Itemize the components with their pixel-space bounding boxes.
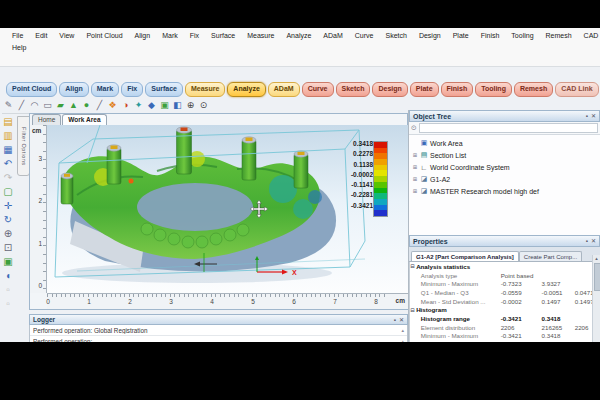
left-toolbar-icon[interactable]: ▣ <box>3 256 12 267</box>
close-icon[interactable]: ✕ <box>399 317 404 323</box>
menu-item[interactable]: Surface <box>205 31 241 40</box>
toolbar-icon[interactable]: ⊕ <box>184 99 197 112</box>
menu-item[interactable]: Tooling <box>505 31 539 40</box>
toolbar-icon[interactable]: ▰ <box>54 99 67 112</box>
menu-item[interactable]: Help <box>6 43 32 52</box>
property-row[interactable]: Histogram range -0.3421 0.3418 <box>410 314 600 323</box>
left-toolbar-icon[interactable]: ↻ <box>4 214 12 225</box>
ribbon-tab[interactable]: Mark <box>91 82 119 97</box>
menu-item[interactable]: ADaM <box>317 31 348 40</box>
pin-icon[interactable]: ▪ <box>394 317 396 323</box>
toolbar-icon[interactable]: ╱ <box>15 99 28 112</box>
ribbon-tab[interactable]: Curve <box>302 82 334 97</box>
property-row[interactable]: ⊟ Histogram <box>410 305 600 314</box>
property-row[interactable]: Q1 - Median - Q3 -0.0559 -0.0051 0.0471 <box>410 288 600 297</box>
ribbon-tab[interactable]: Measure <box>185 82 225 97</box>
properties-tab[interactable]: Create Part Comp... <box>519 251 582 261</box>
toolbar-icon[interactable]: ◑ <box>119 99 132 112</box>
menu-item[interactable]: File <box>6 31 29 40</box>
menu-item[interactable]: Analyze <box>280 31 317 40</box>
tree-search-input[interactable] <box>419 123 598 133</box>
left-toolbar-icon[interactable]: ⊕ <box>4 228 12 239</box>
left-toolbar-icon[interactable]: ▥ <box>3 130 12 141</box>
toolbar-icon[interactable]: ▭ <box>41 99 54 112</box>
toolbar-icon[interactable]: ╱ <box>93 99 106 112</box>
tree-item[interactable]: ⊞ ◪ MASTER Research model high def <box>409 185 600 197</box>
tree-item[interactable]: ▣ Work Area <box>409 137 600 149</box>
collapse-log-icon[interactable]: ▴ <box>401 338 404 342</box>
tree-item[interactable]: ⊞ ◪ G1-A2 <box>409 173 600 185</box>
ribbon-tab[interactable]: Tooling <box>475 82 512 97</box>
toolbar-icon[interactable]: ▲ <box>67 99 80 112</box>
menu-item[interactable]: Finish <box>475 31 506 40</box>
menu-item[interactable]: Design <box>413 31 447 40</box>
left-toolbar-icon[interactable]: ▦ <box>3 144 12 155</box>
properties-scrollbar[interactable]: ▴ <box>592 255 600 342</box>
property-row[interactable]: Mean - Std Deviation ... -0.0002 0.1497 … <box>410 297 600 306</box>
left-toolbar-icon[interactable]: ✛ <box>4 200 12 211</box>
property-row[interactable]: Q1 - Median - Q3 -0.0546 -0.0051 0.0457 <box>410 340 600 342</box>
ribbon-tab[interactable]: ADaM <box>268 82 300 97</box>
scrollbar-thumb[interactable] <box>594 263 600 291</box>
ribbon-tab[interactable]: Design <box>372 82 407 97</box>
menu-item[interactable]: Mark <box>156 31 184 40</box>
tree-expander-icon[interactable]: ⊞ <box>412 152 418 158</box>
close-icon[interactable]: ✕ <box>591 238 596 244</box>
viewport-tab[interactable]: Work Area <box>62 114 106 125</box>
toolbar-icon[interactable]: ● <box>80 99 93 112</box>
tree-item[interactable]: ⊞ ∟ World Coordinate System <box>409 161 600 173</box>
canvas-3d[interactable]: X 0.34180.22780.1138-0.0002-0.1141-0.228… <box>47 125 408 293</box>
toolbar-icon[interactable]: ⊙ <box>197 99 210 112</box>
tree-expander-icon[interactable]: ⊞ <box>412 188 418 194</box>
left-toolbar-icon[interactable]: ◖ <box>5 270 11 281</box>
toolbar-icon[interactable]: ◠ <box>28 99 41 112</box>
toolbar-icon[interactable]: ◧ <box>171 99 184 112</box>
ribbon-tab[interactable]: Remesh <box>514 82 553 97</box>
menu-item[interactable]: Point Cloud <box>80 31 128 40</box>
left-toolbar-icon[interactable]: ↶ <box>4 158 12 169</box>
toolbar-icon[interactable]: ❖ <box>106 99 119 112</box>
left-toolbar-icon[interactable]: ▫ <box>6 298 10 309</box>
menu-item[interactable]: CAD Link <box>578 31 600 40</box>
ribbon-tab[interactable]: Plate <box>410 82 439 97</box>
left-toolbar-icon[interactable]: ▢ <box>3 186 12 197</box>
property-row[interactable]: Minimum - Maximum -0.7323 3.9327 <box>410 279 600 288</box>
toolbar-icon[interactable]: ✦ <box>132 99 145 112</box>
viewport-tab[interactable]: Home <box>32 114 61 125</box>
ribbon-tab[interactable]: Finish <box>441 82 474 97</box>
property-row[interactable]: Analysis type Point based <box>410 271 600 280</box>
menu-item[interactable]: Sketch <box>379 31 412 40</box>
menu-item[interactable]: View <box>53 31 80 40</box>
toolbar-icon[interactable]: ✎ <box>2 99 15 112</box>
left-toolbar-icon[interactable]: ↷ <box>4 172 12 183</box>
ribbon-tab[interactable]: Analyze <box>227 82 265 97</box>
close-icon[interactable]: ✕ <box>591 113 596 119</box>
ribbon-tab[interactable]: Align <box>59 82 89 97</box>
toolbar-icon[interactable]: ◆ <box>145 99 158 112</box>
collapse-log-icon[interactable]: ▴ <box>401 327 404 333</box>
menu-item[interactable]: Plate <box>447 31 475 40</box>
ribbon-tab[interactable]: Surface <box>145 82 183 97</box>
property-row[interactable]: ⊟ Analysis statistics <box>410 262 600 271</box>
menu-item[interactable]: Measure <box>241 31 280 40</box>
property-row[interactable]: Element distribution 2206 216265 2206 <box>410 323 600 332</box>
menu-item[interactable]: Remesh <box>540 31 578 40</box>
left-toolbar-icon[interactable]: ▤ <box>3 116 12 127</box>
left-toolbar-icon[interactable]: ▫ <box>6 284 10 295</box>
menu-item[interactable]: Fix <box>184 31 205 40</box>
ribbon-tab[interactable]: CAD Link <box>555 82 599 97</box>
scroll-up-icon[interactable]: ▴ <box>593 255 600 262</box>
tree-expander-icon[interactable]: ⊞ <box>412 176 418 182</box>
ribbon-tab[interactable]: Sketch <box>336 82 371 97</box>
left-toolbar-icon[interactable]: ⊡ <box>4 242 12 253</box>
tree-item[interactable]: ⊞ ▤ Section List <box>409 149 600 161</box>
ribbon-tab[interactable]: Fix <box>121 82 143 97</box>
menu-item[interactable]: Curve <box>349 31 380 40</box>
menu-item[interactable]: Align <box>129 31 157 40</box>
menu-item[interactable]: Edit <box>29 31 53 40</box>
pin-icon[interactable]: ▪ <box>586 238 588 244</box>
toolbar-icon[interactable]: ▣ <box>158 99 171 112</box>
properties-tab[interactable]: G1-A2 [Part Comparison Analysis] <box>411 251 519 261</box>
tree-expander-icon[interactable]: ⊞ <box>412 164 418 170</box>
ribbon-tab[interactable]: Point Cloud <box>6 82 57 97</box>
